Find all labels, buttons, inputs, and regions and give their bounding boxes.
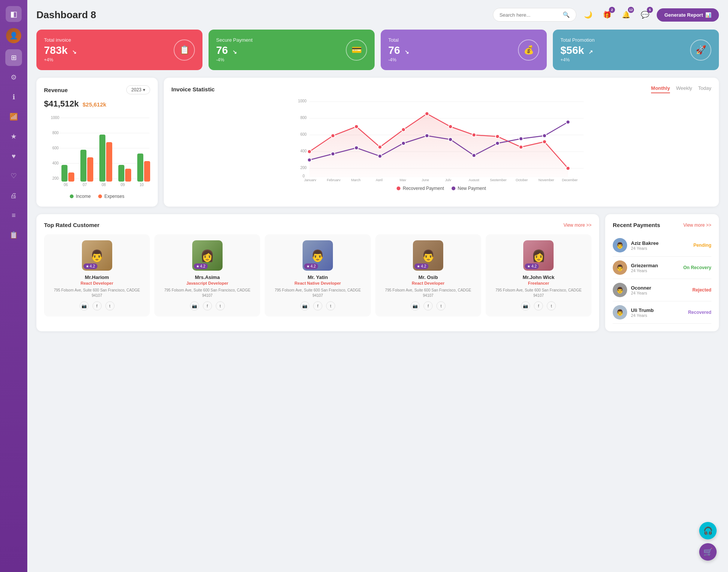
svg-point-47 <box>543 140 546 144</box>
svg-point-48 <box>566 166 570 170</box>
instagram-icon-4[interactable]: 📷 <box>521 301 530 310</box>
sidebar-item-menu[interactable]: ≡ <box>5 207 22 224</box>
payment-info-3: Uli Trumb 24 Years <box>631 307 684 318</box>
sidebar-item-favorites[interactable]: ★ <box>5 128 22 145</box>
revenue-title: Revenue <box>44 87 68 93</box>
gifts-button[interactable]: 🎁 2 <box>600 8 614 22</box>
tab-weekly[interactable]: Weekly <box>676 85 692 93</box>
sidebar-item-analytics[interactable]: 📶 <box>5 108 22 125</box>
expenses-label: Expenses <box>104 194 124 199</box>
search-input[interactable] <box>499 12 560 18</box>
sidebar-item-heart-outline[interactable]: ♡ <box>5 168 22 184</box>
svg-rect-12 <box>80 150 86 182</box>
messages-button[interactable]: 💬 5 <box>638 8 652 22</box>
svg-point-44 <box>472 133 476 137</box>
dark-mode-button[interactable]: 🌙 <box>581 8 595 22</box>
svg-text:800: 800 <box>52 131 59 135</box>
sidebar-item-settings[interactable]: ⚙ <box>5 69 22 86</box>
dark-mode-icon: 🌙 <box>584 11 592 19</box>
recent-payments-view-more[interactable]: View more >> <box>683 223 711 228</box>
twitter-icon-0[interactable]: t <box>105 301 115 310</box>
svg-rect-11 <box>68 172 74 182</box>
customer-photo-1: 👩 ★ 4.2 <box>192 240 223 271</box>
facebook-icon-1[interactable]: f <box>203 301 212 310</box>
customer-photo-3: 👨 ★ 4.2 <box>413 240 443 271</box>
facebook-icon-3[interactable]: f <box>424 301 433 310</box>
payment-name-3: Uli Trumb <box>631 307 684 313</box>
chart-icon: 📊 <box>705 12 711 18</box>
twitter-icon-3[interactable]: t <box>436 301 446 310</box>
generate-label: Generate Report <box>664 12 703 18</box>
svg-point-41 <box>402 128 405 132</box>
customer-name-2: Mr. Yatin <box>269 274 366 280</box>
sidebar-logo[interactable]: ◧ <box>6 6 22 22</box>
cart-fab[interactable]: 🛒 <box>699 543 717 561</box>
tab-monthly[interactable]: Monthly <box>651 85 670 93</box>
payment-label: Secure Payment <box>216 37 253 43</box>
svg-point-60 <box>566 120 570 124</box>
svg-text:600: 600 <box>52 146 59 150</box>
customer-card-2: 👨 ★ 4.2 Mr. Yatin React Native Developer… <box>265 234 370 317</box>
revenue-header: Revenue 2023 ▾ <box>44 85 150 94</box>
menu-icon: ≡ <box>12 212 16 219</box>
svg-point-50 <box>331 152 335 156</box>
customer-address-1: 795 Folsom Ave, Suite 600 San Francisco,… <box>159 288 256 298</box>
svg-text:200: 200 <box>300 166 307 170</box>
customer-social-0: 📷 f t <box>49 301 145 310</box>
revenue-values: $41,512k $25,612k <box>44 99 150 109</box>
svg-point-37 <box>308 150 311 154</box>
notifications-button[interactable]: 🔔 12 <box>619 8 633 22</box>
rating-badge-4: ★ 4.2 <box>525 263 539 269</box>
twitter-icon-2[interactable]: t <box>326 301 335 310</box>
headset-icon: 🎧 <box>703 526 713 535</box>
svg-point-52 <box>378 154 382 158</box>
stat-card-left-total: Total 76 ↘ -4% <box>388 37 409 63</box>
sidebar-item-reports[interactable]: 📋 <box>5 227 22 243</box>
instagram-icon-1[interactable]: 📷 <box>190 301 199 310</box>
payment-item-1: 👨 Griezerman 24 Years On Recovery <box>613 257 711 279</box>
invoice-line-chart: 1000 800 600 400 200 0 <box>171 98 711 183</box>
info-icon: ℹ <box>13 93 15 101</box>
total-label: Total <box>388 37 409 43</box>
customer-card-0: 👨 ★ 4.2 Mr.Hariom React Developer 795 Fo… <box>44 234 150 317</box>
sidebar-item-print[interactable]: 🖨 <box>5 187 22 204</box>
svg-rect-16 <box>118 165 124 182</box>
svg-text:December: December <box>562 178 578 181</box>
twitter-icon-4[interactable]: t <box>547 301 556 310</box>
facebook-icon-2[interactable]: f <box>313 301 322 310</box>
avatar-image: 👤 <box>6 28 21 43</box>
year-selector[interactable]: 2023 ▾ <box>126 85 150 94</box>
invoice-card: Invoice Statistic Monthly Weekly Today 1… <box>164 78 719 207</box>
customer-name-3: Mr. Osib <box>380 274 477 280</box>
gifts-badge: 2 <box>609 7 615 13</box>
payment-age-3: 24 Years <box>631 313 684 318</box>
facebook-icon-0[interactable]: f <box>93 301 102 310</box>
sidebar-item-dashboard[interactable]: ⊞ <box>5 49 22 66</box>
generate-report-button[interactable]: Generate Report 📊 <box>657 8 719 22</box>
payment-name-1: Griezerman <box>631 263 679 268</box>
customer-photo-0: 👨 ★ 4.2 <box>82 240 112 271</box>
header: Dashboard 8 🔍 🌙 🎁 2 🔔 12 💬 5 Gen <box>36 8 719 22</box>
payment-item-3: 👨 Uli Trumb 24 Years Recovered <box>613 301 711 324</box>
instagram-icon-3[interactable]: 📷 <box>411 301 420 310</box>
search-box[interactable]: 🔍 <box>493 8 576 22</box>
payment-change: -4% <box>216 57 253 63</box>
payment-name-0: Aziz Bakree <box>631 240 690 246</box>
promotion-icon: 🚀 <box>690 39 711 61</box>
user-avatar[interactable]: 👤 <box>6 28 21 43</box>
bottom-row: Top Rated Customer View more >> 👨 ★ 4.2 … <box>36 214 719 331</box>
invoice-icon: 📋 <box>174 39 195 61</box>
recent-payments-card: Recent Payments View more >> 👨 Aziz Bakr… <box>605 214 719 331</box>
rating-badge-3: ★ 4.2 <box>414 263 428 269</box>
customers-view-more[interactable]: View more >> <box>563 223 592 228</box>
recovered-payment-label: Recovered Payment <box>403 186 444 191</box>
twitter-icon-1[interactable]: t <box>216 301 225 310</box>
instagram-icon-2[interactable]: 📷 <box>300 301 309 310</box>
tab-today[interactable]: Today <box>698 85 711 93</box>
sidebar-item-info[interactable]: ℹ <box>5 89 22 105</box>
svg-text:May: May <box>400 178 406 181</box>
facebook-icon-4[interactable]: f <box>534 301 543 310</box>
instagram-icon-0[interactable]: 📷 <box>80 301 89 310</box>
sidebar-item-heart[interactable]: ♥ <box>5 148 22 165</box>
support-fab[interactable]: 🎧 <box>699 522 717 539</box>
